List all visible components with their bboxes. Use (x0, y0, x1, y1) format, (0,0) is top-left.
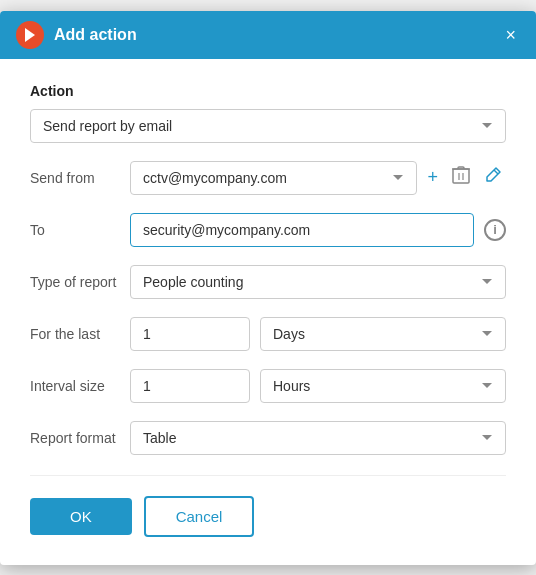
trash-icon (452, 165, 470, 190)
report-format-row: Report format Table (30, 421, 506, 455)
to-label: To (30, 222, 120, 238)
edit-email-button[interactable] (480, 162, 506, 193)
close-button[interactable]: × (501, 22, 520, 48)
svg-line-5 (494, 170, 498, 174)
add-action-dialog: Add action × Action Send report by email… (0, 11, 536, 565)
interval-size-unit-select[interactable]: Hours (260, 369, 506, 403)
report-format-label: Report format (30, 430, 120, 446)
svg-marker-0 (25, 28, 35, 42)
send-from-controls: cctv@mycompany.com + (130, 161, 506, 195)
send-from-select[interactable]: cctv@mycompany.com (130, 161, 417, 195)
delete-email-button[interactable] (448, 161, 474, 194)
to-input[interactable] (130, 213, 474, 247)
edit-icon (484, 166, 502, 189)
for-the-last-unit-select[interactable]: Days (260, 317, 506, 351)
dialog-body: Action Send report by email Send from cc… (0, 59, 536, 565)
action-label: Action (30, 83, 506, 99)
footer: OK Cancel (30, 496, 506, 545)
interval-size-label: Interval size (30, 378, 120, 394)
for-the-last-input[interactable] (130, 317, 250, 351)
cancel-button[interactable]: Cancel (144, 496, 255, 537)
ok-button[interactable]: OK (30, 498, 132, 535)
dialog-icon (16, 21, 44, 49)
for-the-last-label: For the last (30, 326, 120, 342)
for-the-last-row: For the last Days (30, 317, 506, 351)
action-select[interactable]: Send report by email (30, 109, 506, 143)
interval-size-row: Interval size Hours (30, 369, 506, 403)
type-of-report-select[interactable]: People counting (130, 265, 506, 299)
dialog-title: Add action (54, 26, 501, 44)
add-email-button[interactable]: + (423, 163, 442, 192)
plus-icon: + (427, 167, 438, 188)
title-bar: Add action × (0, 11, 536, 59)
info-icon[interactable]: i (484, 219, 506, 241)
send-from-label: Send from (30, 170, 120, 186)
interval-size-input[interactable] (130, 369, 250, 403)
action-section: Action Send report by email (30, 83, 506, 143)
svg-rect-1 (453, 169, 469, 183)
to-row: To i (30, 213, 506, 247)
type-of-report-row: Type of report People counting (30, 265, 506, 299)
type-of-report-label: Type of report (30, 274, 120, 290)
divider (30, 475, 506, 476)
report-format-select[interactable]: Table (130, 421, 506, 455)
send-from-row: Send from cctv@mycompany.com + (30, 161, 506, 195)
